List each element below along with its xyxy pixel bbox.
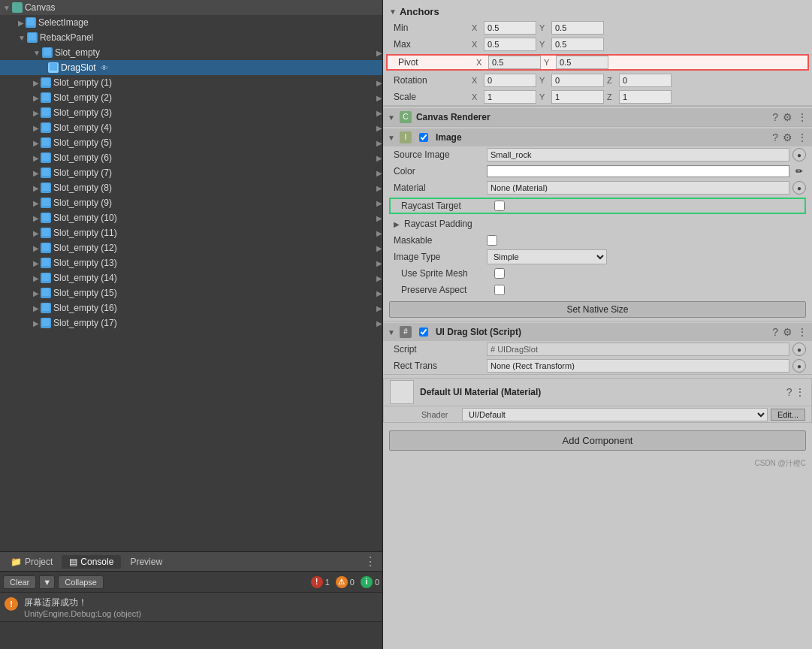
pivot-y-input[interactable]: [556, 56, 608, 69]
hierarchy-item-rebackpanel[interactable]: ▼ RebackPanel: [0, 30, 382, 45]
tab-console[interactable]: ▤ Console: [62, 555, 121, 569]
anchors-max-x-input[interactable]: [484, 38, 536, 51]
anchors-title: Anchors: [400, 6, 439, 17]
rotation-x-input[interactable]: [484, 74, 536, 87]
expand-arrow-se: ▼: [33, 49, 41, 57]
cr-menu-btn[interactable]: ⋮: [797, 111, 807, 123]
cr-help-btn[interactable]: ?: [772, 111, 778, 123]
add-component-btn[interactable]: Add Component: [389, 430, 806, 451]
shader-edit-btn[interactable]: Edit...: [771, 409, 805, 421]
source-image-input[interactable]: [487, 148, 789, 161]
hierarchy-item-se12[interactable]: ▶ Slot_empty (12) ▶: [0, 240, 382, 255]
hierarchy-item-se13[interactable]: ▶ Slot_empty (13) ▶: [0, 255, 382, 270]
source-image-picker-btn[interactable]: ●: [792, 148, 806, 161]
tabs-menu-btn[interactable]: ⋮: [361, 554, 379, 569]
scale-xyz: X Y Z: [472, 90, 806, 104]
img-menu-btn[interactable]: ⋮: [797, 131, 807, 143]
script-input[interactable]: [487, 343, 789, 356]
warning-icon: ⚠: [336, 576, 348, 588]
triangle-cr: ▼: [388, 113, 395, 122]
hierarchy-item-se14[interactable]: ▶ Slot_empty (14) ▶: [0, 270, 382, 285]
anchors-min-y-input[interactable]: [551, 21, 604, 35]
hierarchy-label-se15: Slot_empty (15): [53, 288, 117, 298]
shader-select[interactable]: UI/Default: [462, 408, 768, 421]
hierarchy-label-rp: RebackPanel: [40, 32, 93, 43]
hierarchy-item-se15[interactable]: ▶ Slot_empty (15) ▶: [0, 285, 382, 300]
tab-preview[interactable]: Preview: [122, 555, 170, 569]
hierarchy-item-se16[interactable]: ▶ Slot_empty (16) ▶: [0, 300, 382, 315]
raycast-padding-row[interactable]: ▶ Raycast Padding: [383, 216, 812, 232]
script-picker-btn[interactable]: ●: [792, 343, 806, 356]
expand-arrow-se16: ▶: [33, 304, 39, 312]
hierarchy-item-se10[interactable]: ▶ Slot_empty (10) ▶: [0, 210, 382, 225]
hierarchy-item-se1[interactable]: ▶ Slot_empty (1) ▶: [0, 75, 382, 90]
hierarchy-item-canvas[interactable]: ▼ Canvas: [0, 0, 382, 15]
expand-arrow-se8: ▶: [33, 184, 39, 192]
material-header[interactable]: Default UI Material (Material) ? ⋮: [384, 379, 811, 406]
warning-count-value: 0: [350, 578, 355, 587]
hierarchy-item-slot-empty[interactable]: ▼ Slot_empty ▶: [0, 45, 382, 60]
uids-help-btn[interactable]: ?: [772, 326, 778, 338]
preserve-aspect-checkbox[interactable]: [494, 285, 505, 295]
scale-y-input[interactable]: [551, 90, 604, 104]
arrow-right-se15: ▶: [376, 289, 382, 297]
canvas-renderer-header[interactable]: ▼ C Canvas Renderer ? ⚙ ⋮: [383, 108, 812, 126]
hierarchy-item-dragslot[interactable]: DragSlot 👁: [0, 60, 382, 75]
eyedropper-btn[interactable]: ✏: [792, 165, 806, 178]
anchors-min-x-input[interactable]: [484, 21, 536, 35]
maskable-row: Maskable: [383, 232, 812, 249]
rotation-y-input[interactable]: [551, 74, 604, 87]
tab-project[interactable]: 📁 Project: [3, 555, 60, 569]
raycast-target-label: Raycast Target: [401, 201, 491, 211]
anchors-max-xyz: X Y: [472, 38, 806, 51]
rotation-z-input[interactable]: [619, 74, 672, 87]
hierarchy-label-se7: Slot_empty (7): [53, 168, 112, 178]
hierarchy-item-se3[interactable]: ▶ Slot_empty (3) ▶: [0, 105, 382, 120]
cube-icon-se6: [41, 152, 51, 163]
scale-x-input[interactable]: [484, 90, 536, 104]
raycast-target-checkbox[interactable]: [494, 201, 505, 211]
clear-button[interactable]: Clear: [3, 575, 36, 589]
hierarchy-label-se9: Slot_empty (9): [53, 198, 112, 208]
uids-settings-btn[interactable]: ⚙: [783, 326, 792, 338]
hierarchy-item-se5[interactable]: ▶ Slot_empty (5) ▶: [0, 135, 382, 150]
image-enabled-checkbox[interactable]: [419, 133, 428, 142]
use-sprite-mesh-checkbox[interactable]: [494, 268, 505, 279]
rect-trans-input[interactable]: [487, 359, 789, 373]
img-settings-btn[interactable]: ⚙: [783, 131, 792, 143]
hierarchy-item-se17[interactable]: ▶ Slot_empty (17) ▶: [0, 315, 382, 331]
use-sprite-mesh-label: Use Sprite Mesh: [401, 268, 491, 279]
mat-menu-btn[interactable]: ⋮: [795, 386, 805, 398]
hierarchy-item-se8[interactable]: ▶ Slot_empty (8) ▶: [0, 180, 382, 195]
anchors-header[interactable]: ▼ Anchors: [383, 3, 812, 20]
scale-z-input[interactable]: [619, 90, 672, 104]
ui-drag-slot-enabled-checkbox[interactable]: [419, 328, 428, 337]
hierarchy-item-se11[interactable]: ▶ Slot_empty (11) ▶: [0, 225, 382, 240]
material-input[interactable]: [487, 181, 789, 195]
color-swatch[interactable]: [487, 165, 789, 177]
clear-dropdown-button[interactable]: ▼: [39, 575, 55, 589]
maskable-checkbox[interactable]: [487, 235, 497, 246]
hierarchy-item-se9[interactable]: ▶ Slot_empty (9) ▶: [0, 195, 382, 210]
hierarchy-item-se4[interactable]: ▶ Slot_empty (4) ▶: [0, 120, 382, 135]
image-header[interactable]: ▼ I Image ? ⚙ ⋮: [383, 128, 812, 146]
image-type-select[interactable]: Simple Sliced Tiled Filled: [487, 249, 607, 264]
uids-menu-btn[interactable]: ⋮: [797, 326, 807, 338]
mat-help-btn[interactable]: ?: [786, 386, 792, 398]
anchors-max-y-input[interactable]: [551, 38, 604, 51]
img-help-btn[interactable]: ?: [772, 131, 778, 143]
hierarchy-item-se6[interactable]: ▶ Slot_empty (6) ▶: [0, 150, 382, 165]
rect-trans-picker-btn[interactable]: ●: [792, 359, 806, 373]
hierarchy-item-selectimage[interactable]: ▶ SelectImage: [0, 15, 382, 30]
hierarchy-label-se4: Slot_empty (4): [53, 122, 112, 133]
material-picker-btn[interactable]: ●: [792, 181, 806, 195]
hierarchy-item-se2[interactable]: ▶ Slot_empty (2) ▶: [0, 90, 382, 105]
pivot-x-input[interactable]: [488, 56, 541, 69]
rotation-x-label: X: [472, 76, 481, 85]
collapse-button[interactable]: Collapse: [58, 575, 104, 589]
cr-settings-btn[interactable]: ⚙: [783, 111, 792, 123]
ui-drag-slot-header[interactable]: ▼ # UI Drag Slot (Script) ? ⚙ ⋮: [383, 323, 812, 341]
log-entry-0[interactable]: ! 屏幕适屏成功！ UnityEngine.Debug:Log (object): [0, 593, 382, 622]
set-native-size-btn[interactable]: Set Native Size: [389, 301, 806, 318]
hierarchy-item-se7[interactable]: ▶ Slot_empty (7) ▶: [0, 165, 382, 180]
